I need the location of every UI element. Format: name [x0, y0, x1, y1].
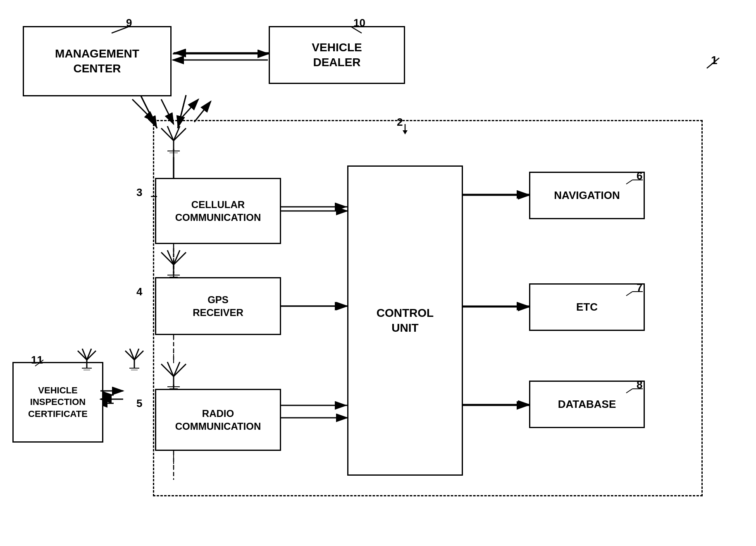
cellular-communication-label: CELLULAR COMMUNICATION [175, 198, 261, 224]
svg-line-43 [161, 364, 174, 376]
management-center-box: MANAGEMENT CENTER [23, 26, 172, 96]
ref6-arrow [620, 174, 645, 186]
antenna-inspection-right [122, 347, 147, 370]
gps-receiver-label: GPS RECEIVER [193, 293, 243, 319]
gps-receiver-box: GPS RECEIVER [155, 277, 281, 335]
svg-line-77 [132, 99, 155, 122]
svg-line-44 [167, 362, 174, 376]
navigation-label: NAVIGATION [554, 189, 620, 203]
control-unit-label: CONTROL UNIT [377, 306, 434, 336]
ref7-arrow [620, 285, 645, 298]
ref1-arrow [694, 54, 727, 74]
svg-marker-51 [403, 130, 408, 134]
svg-line-78 [132, 99, 155, 122]
control-unit-box: CONTROL UNIT [347, 165, 463, 476]
radio-communication-label: RADIO COMMUNICATION [175, 407, 261, 433]
vehicle-inspection-label: VEHICLE INSPECTION CERTIFICATE [28, 385, 88, 420]
svg-line-28 [174, 126, 180, 141]
svg-line-24 [707, 58, 719, 68]
radio-communication-box: RADIO COMMUNICATION [155, 389, 281, 451]
svg-line-35 [161, 252, 174, 265]
svg-line-80 [178, 99, 198, 122]
svg-line-27 [167, 126, 174, 141]
vehicle-dealer-label: VEHICLE DEALER [312, 40, 362, 70]
ref8-arrow [620, 383, 645, 395]
svg-line-26 [161, 128, 174, 141]
cellular-communication-box: CELLULAR COMMUNICATION [155, 178, 281, 244]
antenna-cellular [157, 124, 190, 153]
vehicle-dealer-box: VEHICLE DEALER [269, 26, 405, 84]
vehicle-inspection-box: VEHICLE INSPECTION CERTIFICATE [12, 362, 103, 443]
ref10-arrow [339, 19, 372, 35]
ref-5: 5 [136, 397, 142, 410]
ref9-arrow [103, 19, 136, 35]
antenna-radio [157, 360, 190, 389]
antenna-gps [157, 248, 190, 277]
svg-line-23 [351, 27, 362, 33]
diagram-container: MANAGEMENT CENTER 9 VEHICLE DEALER 10 1 … [0, 0, 756, 546]
ref2-arrow [397, 122, 417, 134]
etc-label: ETC [576, 300, 598, 314]
svg-line-55 [626, 292, 632, 296]
svg-line-81 [194, 101, 211, 122]
svg-line-58 [35, 360, 43, 366]
svg-line-57 [626, 389, 632, 393]
svg-line-22 [112, 27, 128, 33]
database-label: DATABASE [558, 398, 616, 412]
svg-line-36 [167, 250, 174, 265]
ref11-arrow [31, 356, 52, 368]
svg-line-38 [174, 252, 186, 265]
svg-line-53 [626, 180, 632, 184]
antenna-inspection-left [74, 347, 99, 370]
ref3-arrow [136, 192, 157, 201]
svg-line-37 [174, 250, 180, 265]
management-center-label: MANAGEMENT CENTER [55, 46, 139, 77]
ref-4: 4 [136, 285, 142, 298]
svg-line-45 [174, 362, 180, 376]
svg-line-29 [174, 128, 186, 141]
svg-line-46 [174, 364, 186, 376]
